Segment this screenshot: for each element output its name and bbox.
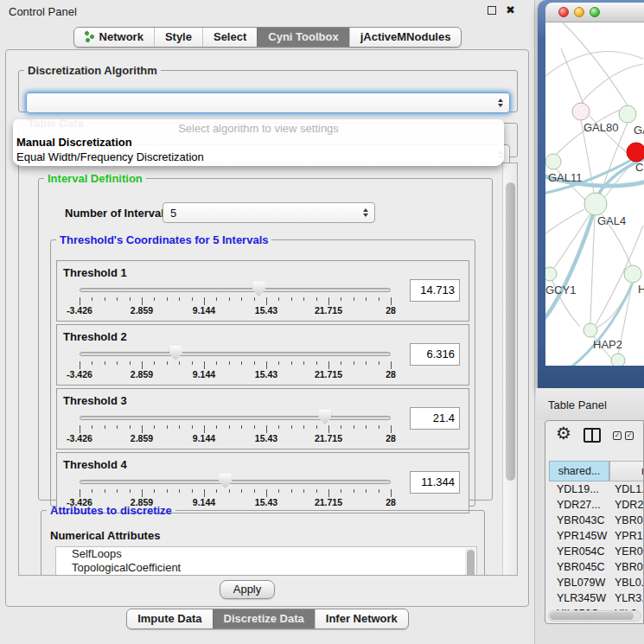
scale-label: 21.715 <box>315 305 342 316</box>
network-canvas[interactable]: GAL80GACGAL11GAL4GCY1HHAP2 <box>545 22 644 366</box>
table-row[interactable]: YDR27...YDR2... <box>549 497 644 513</box>
tab-discretize-data[interactable]: Discretize Data <box>213 609 315 628</box>
threshold-4-value-field[interactable]: 11.344 <box>410 471 460 494</box>
table-row[interactable]: YBR043CYBR0... <box>549 513 644 528</box>
threshold-2-panel: Threshold 2 -3.4262.8599.14415.4321.7152… <box>56 324 469 386</box>
threshold-1-label: Threshold 1 <box>63 266 127 279</box>
scale-label: 15.43 <box>255 433 277 443</box>
threshold-2-value-field[interactable]: 6.316 <box>410 343 460 366</box>
tab-label: Style <box>165 30 192 43</box>
network-window-titlebar[interactable] <box>545 3 644 22</box>
numerical-attributes-list[interactable]: SelfLoopsTopologicalCoefficientBetweenne… <box>55 546 477 575</box>
scale-label: 28 <box>386 433 396 443</box>
number-of-intervals-select[interactable]: 5 <box>163 202 375 223</box>
scale-label: 2.859 <box>131 305 153 316</box>
node-label: GAL4 <box>597 214 626 227</box>
attribute-list-item[interactable]: SelfLoops <box>56 547 476 561</box>
unnamed-node[interactable] <box>611 354 625 366</box>
interval-definition-title: Interval Definition <box>44 172 146 185</box>
table-cell: YER0... <box>609 544 644 559</box>
attribute-list-item[interactable]: TopologicalCoefficient <box>56 561 476 575</box>
table-row[interactable]: YPR145WYPR1... <box>549 528 644 544</box>
zoom-traffic-light-icon[interactable] <box>590 7 600 17</box>
table-cell: YLR345W <box>549 590 609 606</box>
attribute-list-item[interactable]: BetweennessCentrality <box>56 574 476 575</box>
control-panel: Control Panel ✖ NetworkStyleSelectCyni T… <box>0 0 535 644</box>
threshold-4-slider-thumb[interactable] <box>219 474 232 488</box>
node-label: GA <box>634 124 644 137</box>
table-row[interactable]: YER054CYER0... <box>549 544 644 559</box>
scale-label: 9.144 <box>193 433 215 443</box>
scale-label: -3.426 <box>67 369 92 379</box>
tab-select[interactable]: Select <box>202 28 257 47</box>
node-label: GAL11 <box>548 171 583 184</box>
threshold-3-value-field[interactable]: 21.4 <box>410 407 460 430</box>
scale-label: 9.144 <box>193 305 215 316</box>
scrollbar-thumb[interactable] <box>550 612 634 620</box>
table-row[interactable]: YBL079WYBL0... <box>549 575 644 590</box>
settings-viewport: Interval Definition Number of Intervals … <box>19 163 502 575</box>
combo-arrows-icon <box>363 208 368 217</box>
tab-cyni-toolbox[interactable]: Cyni Toolbox <box>257 28 348 47</box>
table-row[interactable]: YBR045CYBR0... <box>549 559 644 575</box>
thresholds-group: Threshold's Coordinates for 5 Intervals … <box>50 233 475 507</box>
ga-node[interactable] <box>619 105 636 123</box>
table-row[interactable]: YDL19...YDL1... <box>549 481 644 497</box>
discretization-algorithm-title: Discretization Algorithm <box>24 64 161 77</box>
gal11-node[interactable] <box>545 154 561 169</box>
gcy1-node[interactable] <box>545 267 557 281</box>
close-icon[interactable]: ✖ <box>506 3 515 16</box>
table-row[interactable]: YLR345WYLR3... <box>549 590 644 606</box>
checkbox-icon[interactable]: ✓ <box>613 431 622 440</box>
apply-button[interactable]: Apply <box>220 580 275 599</box>
horizontal-scrollbar[interactable] <box>548 610 641 622</box>
scale-label: 15.43 <box>255 305 277 316</box>
network-icon <box>85 31 95 42</box>
table-cell: YBR045C <box>549 559 609 575</box>
scale-label: 2.859 <box>131 369 153 379</box>
threshold-1-panel: Threshold 1 -3.4262.8599.14415.4321.7152… <box>56 260 469 322</box>
column-header-name[interactable]: n... <box>609 461 644 481</box>
threshold-3-panel: Threshold 3 -3.4262.8599.14415.4321.7152… <box>56 388 469 450</box>
scrollbar-thumb[interactable] <box>506 182 515 481</box>
tab-style[interactable]: Style <box>154 28 202 47</box>
list-scrollbar[interactable] <box>465 548 475 575</box>
node-label: H <box>638 283 644 296</box>
algorithm-select[interactable] <box>26 92 510 113</box>
tab-infer-network[interactable]: Infer Network <box>315 609 408 628</box>
gear-icon[interactable]: ⚙ <box>556 423 571 443</box>
tab-label: Cyni Toolbox <box>268 30 338 43</box>
node-label: C <box>635 161 643 174</box>
slider-scale-labels: -3.4262.8599.14415.4321.71528 <box>80 433 391 443</box>
vertical-scrollbar[interactable] <box>502 163 517 575</box>
tab-jactivemnodules[interactable]: jActiveMNodules <box>349 28 462 47</box>
tab-impute-data[interactable]: Impute Data <box>127 609 212 628</box>
table-cell: YDR27... <box>549 497 609 513</box>
threshold-2-slider-thumb[interactable] <box>169 346 182 360</box>
threshold-1-slider-thumb[interactable] <box>252 282 265 296</box>
algorithm-option[interactable]: Equal Width/Frequency Discretization <box>13 150 504 164</box>
cyni-toolbox-panel: Discretization Algorithm Select algorith… <box>5 49 529 607</box>
node-label: HAP2 <box>593 338 622 351</box>
threshold-2-label: Threshold 2 <box>63 330 127 343</box>
threshold-3-slider-thumb[interactable] <box>318 410 331 424</box>
scale-label: 9.144 <box>193 369 215 379</box>
float-window-icon[interactable] <box>488 6 496 15</box>
split-view-icon[interactable] <box>583 428 601 443</box>
algorithm-option[interactable]: Manual Discretization <box>13 135 504 150</box>
gal80-node[interactable] <box>572 103 590 120</box>
column-header-shared-name[interactable]: shared... <box>549 461 609 481</box>
checkbox-icon[interactable]: ✓ <box>625 431 634 440</box>
tab-network[interactable]: Network <box>74 28 154 47</box>
table-cell: YDL1... <box>609 481 644 497</box>
minimize-traffic-light-icon[interactable] <box>574 7 584 17</box>
close-traffic-light-icon[interactable] <box>558 7 569 17</box>
threshold-1-value-field[interactable]: 14.713 <box>410 279 460 302</box>
h-node[interactable] <box>624 265 641 283</box>
slider-ticks <box>80 425 391 433</box>
thresholds-group-title: Threshold's Coordinates for 5 Intervals <box>56 233 271 246</box>
c-node[interactable] <box>627 143 644 162</box>
panel-title: Control Panel <box>9 5 77 18</box>
hap2-node[interactable] <box>583 323 597 337</box>
gal4-node[interactable] <box>584 193 607 215</box>
